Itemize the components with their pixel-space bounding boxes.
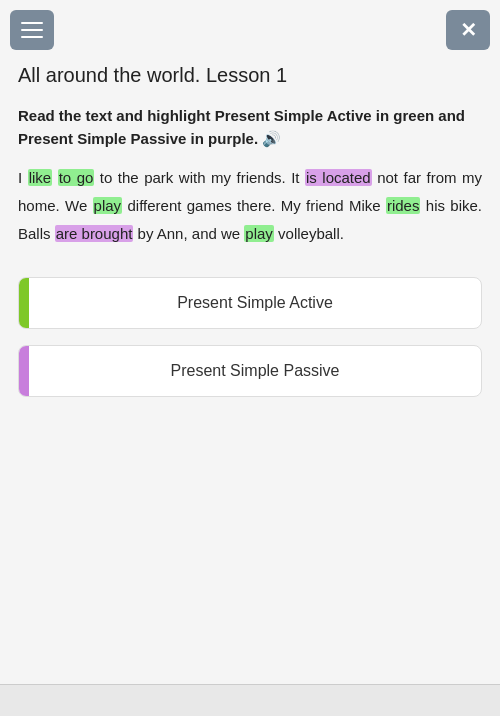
text-segment: volleyball. [274,225,344,242]
text-segment: different games there. My friend Mike [122,197,386,214]
instruction-text: Read the text and highlight Present Simp… [18,105,482,150]
highlight-active: to go [58,169,95,186]
main-content: All around the world. Lesson 1 Read the … [0,50,500,437]
instruction-body: Read the text and highlight Present Simp… [18,107,465,147]
hamburger-line-3 [21,36,43,38]
highlight-passive: is located [305,169,372,186]
legend-item-passive[interactable]: Present Simple Passive [18,345,482,397]
speaker-icon[interactable]: 🔊 [262,130,281,147]
active-label: Present Simple Active [29,278,481,328]
text-segment: to the park with my friends. It [94,169,305,186]
bottom-bar [0,684,500,716]
passive-color-bar [19,346,29,396]
highlight-active: like [28,169,53,186]
highlight-passive: are brought [55,225,134,242]
top-bar: ✕ [0,0,500,50]
highlight-active: rides [386,197,421,214]
lesson-title: All around the world. Lesson 1 [18,64,482,87]
passive-label: Present Simple Passive [29,346,481,396]
text-segment: I [18,169,28,186]
close-button[interactable]: ✕ [446,10,490,50]
legend-container: Present Simple Active Present Simple Pas… [18,277,482,397]
close-icon: ✕ [460,18,477,42]
active-color-bar [19,278,29,328]
hamburger-line-1 [21,22,43,24]
highlight-active: play [93,197,123,214]
hamburger-button[interactable] [10,10,54,50]
hamburger-line-2 [21,29,43,31]
highlight-active: play [244,225,274,242]
text-segment [52,169,58,186]
legend-item-active[interactable]: Present Simple Active [18,277,482,329]
text-segment: by Ann, and we [133,225,244,242]
paragraph: I like to go to the park with my friends… [18,164,482,247]
